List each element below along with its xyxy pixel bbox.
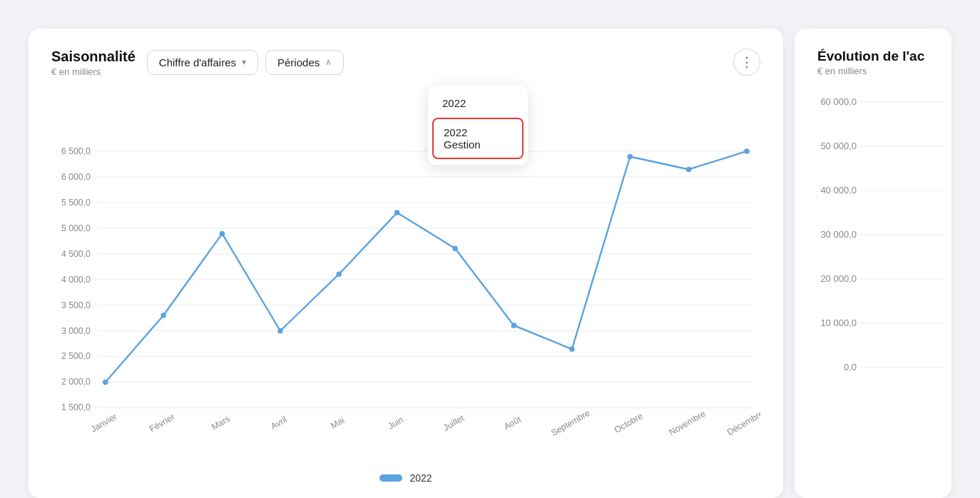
svg-text:20 000,0: 20 000,0: [820, 273, 857, 284]
periodes-label: Périodes: [277, 56, 320, 68]
title-block: Saisonnalité € en milliers: [51, 49, 136, 77]
svg-text:5 500,0: 5 500,0: [61, 198, 91, 208]
svg-text:60 000,0: 60 000,0: [820, 96, 857, 107]
chart-dot-juin: [394, 210, 400, 215]
svg-text:Septembre: Septembre: [549, 408, 591, 438]
svg-text:3 500,0: 3 500,0: [61, 300, 91, 310]
card-subtitle: € en milliers: [51, 66, 136, 77]
svg-text:10 000,0: 10 000,0: [820, 317, 857, 328]
card-header: Saisonnalité € en milliers Chiffre d'aff…: [51, 49, 760, 77]
svg-text:Mai: Mai: [329, 415, 346, 431]
svg-text:0,0: 0,0: [844, 362, 857, 372]
dropdown-option-2022-gestion[interactable]: 2022 Gestion: [432, 118, 524, 159]
chevron-down-icon: ▾: [242, 57, 246, 67]
chart-dot-avril: [277, 328, 283, 334]
chart-dot-fevrier: [160, 312, 166, 318]
svg-text:30 000,0: 30 000,0: [820, 229, 857, 240]
more-options-button[interactable]: ⋮: [733, 49, 760, 76]
svg-text:5 000,0: 5 000,0: [61, 223, 91, 233]
chart-line: [106, 151, 747, 382]
svg-text:40 000,0: 40 000,0: [820, 185, 857, 195]
dropdown-option-line1: 2022: [444, 126, 512, 138]
chevron-up-icon: ∧: [325, 57, 332, 67]
svg-text:Avril: Avril: [269, 415, 289, 432]
chiffre-affaires-label: Chiffre d'affaires: [159, 56, 236, 68]
svg-text:Juin: Juin: [386, 415, 405, 431]
chart-dot-decembre: [744, 148, 750, 154]
dropdown-option-line2: Gestion: [444, 138, 512, 151]
chiffre-affaires-dropdown[interactable]: Chiffre d'affaires ▾: [147, 50, 258, 75]
svg-text:2 500,0: 2 500,0: [61, 351, 91, 361]
legend-color-2022: [379, 474, 402, 482]
svg-text:2 000,0: 2 000,0: [61, 377, 91, 387]
card-title: Saisonnalité: [51, 49, 136, 65]
right-chart-area: 60 000,0 50 000,0 40 000,0 30 000,0 20 0…: [817, 85, 929, 484]
svg-text:Décembre: Décembre: [725, 408, 760, 437]
svg-text:Janvier: Janvier: [89, 412, 118, 435]
main-card: Saisonnalité € en milliers Chiffre d'aff…: [29, 29, 783, 498]
chart-dot-janvier: [103, 380, 108, 385]
line-chart: 6 500,0 6 000,0 5 500,0 5 000,0 4 500,0 …: [51, 88, 760, 465]
svg-text:Février: Février: [148, 412, 176, 434]
chart-legend: 2022: [51, 472, 760, 484]
svg-text:4 500,0: 4 500,0: [61, 249, 91, 259]
svg-text:Juillet: Juillet: [441, 413, 466, 433]
svg-text:6 500,0: 6 500,0: [61, 146, 91, 156]
chart-dot-septembre: [569, 347, 575, 352]
svg-text:3 000,0: 3 000,0: [61, 326, 91, 336]
periodes-dropdown-menu: 2022 2022 Gestion: [428, 86, 528, 165]
periodes-dropdown[interactable]: Périodes ∧: [265, 50, 344, 75]
chart-dot-juillet: [452, 245, 458, 251]
chart-dot-novembre: [686, 167, 692, 173]
legend-label-2022: 2022: [409, 472, 432, 484]
chart-dot-aout: [511, 322, 517, 328]
right-card-subtitle: € en milliers: [817, 66, 929, 76]
svg-text:Mars: Mars: [210, 414, 232, 432]
svg-text:Août: Août: [502, 414, 523, 432]
svg-text:6 000,0: 6 000,0: [61, 172, 91, 182]
svg-text:4 000,0: 4 000,0: [61, 275, 91, 285]
chart-dot-octobre: [628, 154, 633, 160]
svg-text:1 500,0: 1 500,0: [61, 402, 91, 412]
svg-text:Novembre: Novembre: [668, 408, 708, 437]
toolbar: Chiffre d'affaires ▾ Périodes ∧ ⋮: [147, 49, 760, 76]
chart-dot-mars: [220, 231, 225, 237]
svg-text:50 000,0: 50 000,0: [820, 141, 857, 151]
chart-dot-mai: [336, 271, 342, 277]
chart-area: 6 500,0 6 000,0 5 500,0 5 000,0 4 500,0 …: [51, 88, 760, 465]
svg-text:Octobre: Octobre: [613, 411, 645, 435]
right-card: Évolution de l'ac € en milliers 60 000,0…: [795, 29, 951, 498]
dropdown-option-2022[interactable]: 2022: [428, 90, 528, 116]
right-chart: 60 000,0 50 000,0 40 000,0 30 000,0 20 0…: [817, 85, 946, 385]
right-card-title: Évolution de l'ac: [817, 49, 929, 64]
more-icon: ⋮: [740, 54, 753, 70]
